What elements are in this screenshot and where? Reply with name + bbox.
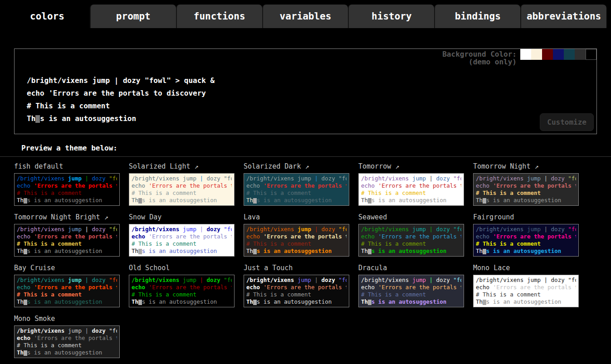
code-segment: dozy — [436, 175, 450, 182]
theme-code-line: echo 'Errors are the portals to discover… — [246, 284, 347, 291]
code-segment: s is an autosuggestion — [486, 298, 562, 305]
theme-card-seaweed[interactable]: Seaweed/bright/vixens jump | dozy "fowl"… — [358, 212, 464, 257]
theme-preview-box: /bright/vixens jump | dozy "fowl" > quac… — [358, 224, 464, 257]
code-segment: dozy — [322, 175, 335, 182]
theme-card-tomorrow-night[interactable]: Tomorrow Night ↗/bright/vixens jump | do… — [473, 161, 579, 206]
theme-name: Solarized Light — [129, 162, 190, 170]
customize-button[interactable]: Customize — [540, 113, 594, 131]
code-segment: jump — [412, 175, 426, 182]
theme-card-solarized-light[interactable]: Solarized Light ↗/bright/vixens jump | d… — [129, 161, 235, 206]
code-segment: jump — [527, 175, 541, 182]
theme-cursor — [24, 249, 27, 255]
bg-swatch-charcoal[interactable] — [575, 49, 586, 60]
code-segment: jump — [298, 226, 311, 233]
theme-code-line: Ths is an autosuggestion — [361, 248, 461, 255]
external-link-icon[interactable]: ↗ — [391, 162, 399, 170]
theme-code-line: /bright/vixens jump | dozy "fowl" > quac… — [17, 175, 117, 182]
code-segment: "fowl" — [335, 175, 347, 182]
tab-history[interactable]: history — [348, 5, 434, 28]
theme-card-fish-default[interactable]: fish default/bright/vixens jump | dozy "… — [14, 161, 120, 206]
theme-code-line: # This is a comment — [476, 291, 576, 298]
theme-title: Tomorrow Night ↗ — [473, 161, 579, 171]
external-link-icon[interactable]: ↗ — [100, 213, 108, 221]
theme-preview-box: /bright/vixens jump | dozy "fowl" > quac… — [129, 224, 235, 257]
code-segment: /bright/vixens — [476, 226, 527, 233]
theme-cursor — [253, 300, 257, 306]
sample-comment-line: # This is a comment — [27, 100, 596, 112]
theme-code-line: Ths is an autosuggestion — [132, 298, 232, 306]
theme-code-line: /bright/vixens jump | dozy "fowl" > quac… — [132, 277, 232, 284]
theme-card-lava[interactable]: Lava/bright/vixens jump | dozy "fowl" > … — [244, 212, 349, 257]
code-segment: echo — [132, 233, 149, 240]
theme-card-tomorrow-night-bright[interactable]: Tomorrow Night Bright ↗/bright/vixens ju… — [14, 212, 120, 257]
code-segment: "fowl" — [335, 277, 347, 283]
theme-cursor — [253, 249, 257, 255]
code-segment: echo — [361, 284, 378, 291]
code-segment: | — [541, 277, 551, 283]
bg-swatch-black[interactable] — [586, 49, 596, 60]
tab-prompt[interactable]: prompt — [90, 5, 176, 28]
code-segment: /bright/vixens — [132, 277, 183, 283]
theme-code-line: echo 'Errors are the portals to discover… — [361, 284, 461, 291]
code-segment: s is an autosuggestion — [371, 298, 447, 305]
theme-code-line: echo 'Errors are the portals to discover… — [361, 182, 461, 189]
bg-swatch-dark-teal[interactable] — [564, 49, 575, 60]
theme-card-old-school[interactable]: Old School/bright/vixens jump | dozy "fo… — [129, 263, 235, 307]
code-segment: 'Errors are the portals to discovery — [149, 284, 232, 291]
theme-card-tomorrow[interactable]: Tomorrow ↗/bright/vixens jump | dozy "fo… — [358, 161, 464, 206]
theme-card-mono-lace[interactable]: Mono Lace/bright/vixens jump | dozy "fow… — [473, 263, 579, 307]
code-segment: 'Errors are the portals to discovery — [34, 182, 117, 189]
theme-code-line: # This is a comment — [132, 291, 232, 298]
bg-swatch-cream[interactable] — [531, 49, 542, 60]
background-color-label-line2: (demo only) — [442, 58, 517, 66]
code-segment: echo — [17, 182, 34, 189]
theme-card-dracula[interactable]: Dracula/bright/vixens jump | dozy "fowl"… — [358, 263, 464, 307]
tab-functions[interactable]: functions — [176, 5, 262, 28]
code-segment: dozy — [551, 226, 565, 233]
theme-title: fish default — [14, 161, 120, 171]
tab-colors[interactable]: colors — [5, 5, 90, 28]
code-segment: | — [196, 277, 207, 283]
code-segment: # This is a comment — [17, 291, 82, 298]
theme-code-line: # This is a comment — [17, 291, 117, 298]
code-segment: "fowl" — [220, 277, 232, 283]
code-segment: "fowl" — [565, 277, 576, 283]
code-segment: Th — [246, 197, 253, 204]
theme-code-line: # This is a comment — [361, 189, 461, 197]
theme-code-line: /bright/vixens jump | dozy "fowl" > quac… — [361, 277, 461, 284]
bg-swatch-white[interactable] — [520, 49, 531, 60]
theme-name: Dracula — [358, 264, 387, 272]
external-link-icon[interactable]: ↗ — [190, 162, 198, 170]
theme-card-snow-day[interactable]: Snow Day/bright/vixens jump | dozy "fowl… — [129, 212, 235, 257]
code-segment: /bright/vixens — [132, 226, 183, 233]
code-segment: 'Errors are the portals to discovery — [264, 284, 347, 291]
tab-variables[interactable]: variables — [262, 5, 348, 28]
code-segment: | — [82, 175, 92, 182]
bg-swatch-maroon[interactable] — [542, 49, 553, 60]
theme-cursor — [368, 249, 371, 255]
theme-card-bay-cruise[interactable]: Bay Cruise/bright/vixens jump | dozy "fo… — [14, 263, 120, 307]
tab-abbreviations[interactable]: abbreviations — [520, 5, 606, 28]
code-segment: jump — [298, 175, 311, 182]
code-segment: echo — [246, 233, 264, 240]
theme-code-line: # This is a comment — [476, 189, 576, 197]
tab-bindings[interactable]: bindings — [434, 5, 520, 28]
theme-cursor — [368, 198, 371, 204]
code-segment: jump — [183, 226, 196, 233]
theme-card-just-a-touch[interactable]: Just a Touch/bright/vixens jump | dozy "… — [244, 263, 349, 307]
code-segment: | — [311, 277, 322, 283]
code-segment: # This is a comment — [246, 240, 311, 247]
bg-swatch-navy[interactable] — [553, 49, 564, 60]
theme-card-mono-smoke[interactable]: Mono Smoke/bright/vixens jump | dozy "fo… — [14, 314, 120, 358]
theme-card-fairground[interactable]: Fairground/bright/vixens jump | dozy "fo… — [473, 212, 579, 257]
code-segment: /bright/vixens — [361, 277, 412, 283]
external-link-icon[interactable]: ↗ — [301, 162, 309, 170]
code-segment: # This is a comment — [476, 240, 541, 247]
theme-card-solarized-dark[interactable]: Solarized Dark ↗/bright/vixens jump | do… — [244, 161, 349, 206]
code-segment: 'Errors are the portals to discovery — [378, 284, 461, 291]
code-segment: dozy — [436, 226, 450, 233]
theme-code-line: Ths is an autosuggestion — [17, 248, 117, 255]
theme-code-line: # This is a comment — [17, 189, 117, 197]
external-link-icon[interactable]: ↗ — [530, 162, 538, 170]
code-segment: "fowl" — [106, 175, 117, 182]
